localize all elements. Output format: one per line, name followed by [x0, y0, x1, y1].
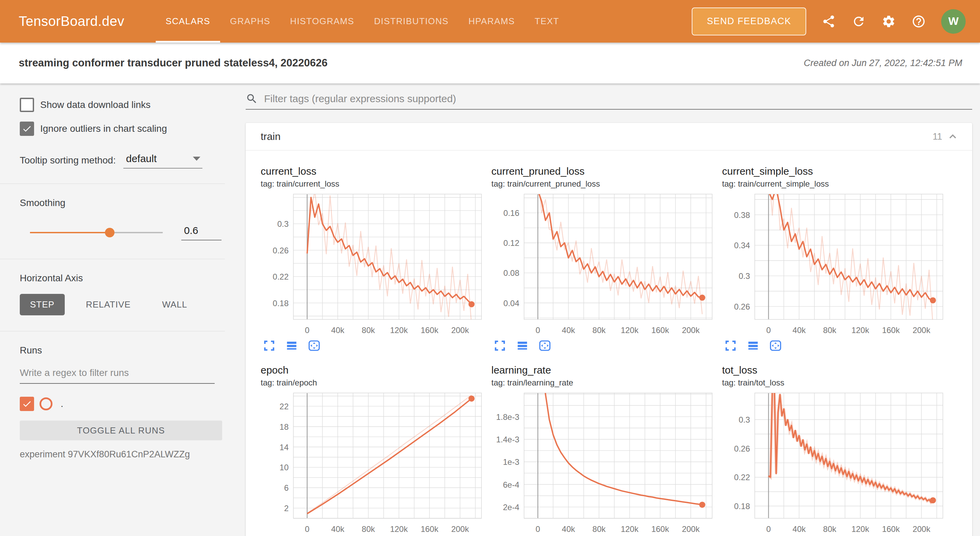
charts-grid: current_loss tag: train/current_loss 0.1…	[246, 151, 972, 536]
settings-gear-icon[interactable]	[881, 14, 896, 29]
chart-title: current_pruned_loss	[492, 165, 715, 177]
svg-text:2: 2	[284, 504, 289, 513]
tooltip-sorting-select[interactable]: default	[123, 153, 202, 168]
svg-text:120k: 120k	[851, 525, 870, 534]
chart-card: epoch tag: train/epoch 2610141822040k80k…	[261, 365, 484, 536]
svg-text:80k: 80k	[823, 325, 837, 335]
fit-domain-icon[interactable]	[769, 339, 782, 352]
svg-text:0.22: 0.22	[273, 272, 289, 281]
divider	[0, 184, 225, 184]
chart-plot[interactable]: 2610141822040k80k120k160k200k	[261, 390, 484, 536]
svg-text:200k: 200k	[913, 525, 931, 534]
chart-plot[interactable]: 0.040.080.120.16040k80k120k160k200k	[492, 191, 715, 338]
search-icon	[246, 93, 258, 105]
experiment-id: experiment 97VKXf80Ru61CnP2ALWZZg	[20, 449, 225, 460]
svg-text:40k: 40k	[562, 325, 576, 335]
fit-domain-icon[interactable]	[308, 339, 321, 352]
svg-text:40k: 40k	[331, 325, 345, 335]
svg-text:0.3: 0.3	[739, 271, 750, 281]
svg-text:200k: 200k	[451, 325, 469, 335]
data-table-icon[interactable]	[516, 339, 529, 352]
chart-plot[interactable]: 0.180.220.260.3040k80k120k160k200k	[722, 390, 946, 536]
created-timestamp: Created on Jun 27, 2022, 12:42:51 PM	[804, 58, 962, 68]
chart-title: epoch	[261, 365, 484, 376]
axis-wall-button[interactable]: WALL	[152, 294, 197, 316]
svg-text:0.3: 0.3	[739, 415, 750, 424]
svg-text:0.18: 0.18	[734, 502, 750, 511]
smoothing-slider[interactable]	[30, 232, 163, 233]
chart-tag: tag: train/current_loss	[261, 179, 484, 189]
smoothing-value-input[interactable]	[181, 225, 221, 240]
svg-text:0.04: 0.04	[503, 299, 519, 308]
svg-text:2e-4: 2e-4	[503, 503, 519, 512]
divider	[0, 331, 225, 331]
chevron-up-icon[interactable]	[947, 131, 959, 142]
run-checkbox[interactable]	[20, 397, 34, 411]
chart-plot[interactable]: 2e-46e-41e-31.4e-31.8e-3040k80k120k160k2…	[492, 390, 715, 536]
tab-text[interactable]: TEXT	[525, 0, 569, 43]
svg-text:6e-4: 6e-4	[503, 480, 519, 489]
tab-hparams[interactable]: HPARAMS	[459, 0, 525, 43]
train-section-header[interactable]: train 11	[246, 123, 972, 151]
axis-step-button[interactable]: STEP	[20, 294, 65, 316]
svg-text:120k: 120k	[390, 525, 408, 534]
brand-title: TensorBoard.dev	[19, 14, 124, 29]
show-download-links-checkbox[interactable]	[20, 98, 34, 112]
axis-relative-button[interactable]: RELATIVE	[76, 294, 141, 316]
svg-text:0: 0	[766, 525, 771, 534]
refresh-icon[interactable]	[851, 14, 866, 29]
tab-distributions[interactable]: DISTRIBUTIONS	[364, 0, 459, 43]
data-table-icon[interactable]	[285, 339, 298, 352]
filter-tags-row	[246, 93, 972, 109]
chart-tag: tag: train/tot_loss	[722, 378, 946, 387]
data-table-icon[interactable]	[746, 339, 759, 352]
svg-text:1.8e-3: 1.8e-3	[496, 412, 519, 422]
svg-text:160k: 160k	[651, 325, 669, 335]
ignore-outliers-checkbox[interactable]	[20, 122, 34, 136]
send-feedback-button[interactable]: SEND FEEDBACK	[692, 8, 806, 35]
toggle-all-runs-button[interactable]: TOGGLE ALL RUNS	[20, 420, 222, 440]
filter-tags-input[interactable]	[263, 93, 972, 105]
help-icon[interactable]	[911, 14, 926, 29]
horizontal-axis-label: Horizontal Axis	[20, 273, 225, 284]
svg-text:120k: 120k	[621, 325, 639, 335]
fullscreen-icon[interactable]	[263, 339, 276, 352]
avatar[interactable]: W	[941, 9, 966, 34]
show-download-links-label: Show data download links	[40, 100, 151, 110]
runs-filter-input[interactable]	[20, 368, 215, 384]
tab-scalars[interactable]: SCALARS	[156, 0, 220, 43]
chart-title: current_loss	[261, 165, 484, 177]
svg-text:0.18: 0.18	[273, 299, 289, 308]
fit-domain-icon[interactable]	[538, 339, 551, 352]
smoothing-label: Smoothing	[20, 198, 225, 208]
check-icon	[22, 399, 32, 409]
fullscreen-icon[interactable]	[724, 339, 737, 352]
navbar-actions: SEND FEEDBACK W	[692, 8, 966, 35]
run-row: .	[20, 397, 225, 411]
svg-text:0.26: 0.26	[734, 444, 750, 453]
fullscreen-icon[interactable]	[493, 339, 506, 352]
svg-text:0.12: 0.12	[503, 238, 519, 247]
slider-thumb[interactable]	[105, 228, 115, 237]
horizontal-axis-buttons: STEP RELATIVE WALL	[20, 294, 225, 316]
svg-text:80k: 80k	[593, 525, 606, 534]
svg-text:120k: 120k	[390, 325, 408, 335]
chart-plot[interactable]: 0.260.30.340.38040k80k120k160k200k	[722, 191, 946, 338]
train-section-card: train 11 current_loss tag: train/current…	[246, 123, 972, 536]
tab-graphs[interactable]: GRAPHS	[220, 0, 280, 43]
share-icon[interactable]	[821, 14, 836, 29]
chart-card: learning_rate tag: train/learning_rate 2…	[492, 365, 715, 536]
chart-card: current_pruned_loss tag: train/current_p…	[492, 165, 715, 352]
svg-text:80k: 80k	[362, 325, 375, 335]
svg-text:40k: 40k	[331, 525, 345, 534]
tooltip-sorting-value: default	[126, 153, 157, 165]
svg-text:0: 0	[766, 325, 771, 335]
chart-card: current_loss tag: train/current_loss 0.1…	[261, 165, 484, 352]
runs-label: Runs	[20, 345, 225, 356]
ignore-outliers-row: Ignore outliers in chart scaling	[20, 122, 225, 136]
chart-tag: tag: train/epoch	[261, 378, 484, 387]
tab-histograms[interactable]: HISTOGRAMS	[280, 0, 364, 43]
chart-plot[interactable]: 0.180.220.260.3040k80k120k160k200k	[261, 191, 484, 338]
chart-title: learning_rate	[492, 365, 715, 376]
svg-text:22: 22	[279, 402, 289, 411]
